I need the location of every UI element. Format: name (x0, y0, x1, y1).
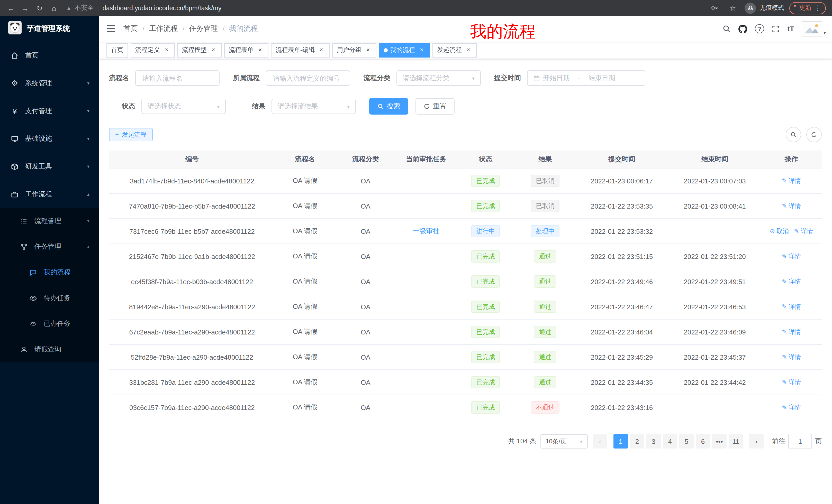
detail-link-icon: ✎ (782, 328, 787, 335)
help-icon[interactable]: ? (755, 24, 764, 33)
status-tag: 已完成 (471, 250, 500, 262)
menu-kebab-icon[interactable]: ⋮ (814, 4, 821, 12)
font-size-icon[interactable]: tT (787, 25, 794, 33)
view-tab[interactable]: 流程表单-编辑 × (271, 43, 330, 57)
goto-page-input[interactable] (788, 433, 812, 449)
view-tab[interactable]: 发起流程 × (433, 43, 477, 57)
process-name-input[interactable] (135, 71, 219, 86)
page-size-select[interactable]: 10条/页 ▾ (541, 434, 588, 449)
detail-link[interactable]: ✎详情 (782, 176, 801, 185)
avatar[interactable]: ▾ (802, 21, 826, 36)
sidebar-item-label: 任务管理 (34, 242, 61, 251)
page-button[interactable]: 4 (663, 434, 677, 449)
back-icon[interactable]: ← (4, 1, 18, 15)
parent-process-input[interactable] (266, 71, 350, 86)
sidebar-item-workflow[interactable]: 工作流程 ▴ (0, 180, 99, 208)
sidebar-item-home[interactable]: 首页 (0, 41, 99, 69)
close-icon[interactable]: × (210, 47, 217, 54)
view-tab[interactable]: 流程表单 × (224, 43, 268, 57)
github-icon[interactable] (739, 24, 747, 33)
page-button[interactable]: 6 (696, 434, 710, 449)
result-tag: 通过 (534, 250, 556, 262)
process-name-input-field[interactable] (141, 74, 213, 82)
search-icon[interactable] (723, 25, 731, 33)
close-icon[interactable]: × (318, 47, 325, 54)
detail-link[interactable]: ✎详情 (782, 302, 801, 311)
cell-result: 通过 (515, 319, 575, 344)
cell-process-name: OA 请假 (275, 169, 335, 193)
logo[interactable]: 芋道管理系统 (0, 16, 99, 41)
page-button[interactable]: 2 (630, 434, 644, 449)
breadcrumb-item[interactable]: 工作流程 (149, 24, 178, 33)
breadcrumb-item[interactable]: 任务管理 (189, 24, 218, 33)
detail-link[interactable]: ✎详情 (782, 277, 801, 286)
close-icon[interactable]: × (365, 47, 372, 54)
cell-id: 67c2eaab-7b9a-11ec-a290-acde48001122 (109, 319, 275, 344)
view-tab[interactable]: 流程模型 × (177, 43, 222, 57)
address-bar[interactable]: ▲ 不安全 dashboard.yudao.iocoder.cn/bpm/tas… (66, 4, 702, 12)
prev-page-button[interactable]: ‹ (593, 434, 607, 449)
sidebar-item-leave-query[interactable]: 请假查询 (0, 337, 99, 362)
reload-icon[interactable]: ↻ (33, 1, 46, 15)
sidebar-item-infrastructure[interactable]: 基础设施 ▾ (0, 125, 99, 152)
sidebar-item-process-mgmt[interactable]: 流程管理 ▾ (0, 208, 99, 234)
home-nav-icon[interactable]: ⌂ (47, 1, 61, 15)
forward-icon[interactable]: → (19, 1, 32, 15)
view-tab[interactable]: 我的流程 × (379, 43, 430, 57)
cell-process-name: OA 请假 (275, 370, 335, 395)
close-icon[interactable]: × (465, 47, 472, 54)
sidebar-item-todo-task[interactable]: 待办任务 (0, 285, 99, 311)
security-warning[interactable]: ▲ 不安全 (66, 4, 94, 12)
current-task-link[interactable]: 一级审批 (413, 227, 440, 236)
pages-more-button[interactable]: ••• (712, 434, 727, 449)
view-tab[interactable]: 流程定义 × (131, 43, 175, 57)
cell-operations: ✎详情 (761, 370, 822, 395)
result-select[interactable]: 请选择流结果 ▾ (271, 99, 356, 114)
view-tab-label: 流程模型 (182, 46, 207, 54)
url-text[interactable]: dashboard.yudao.iocoder.cn/bpm/task/my (103, 4, 222, 11)
cancel-link[interactable]: ⊘取消 (770, 227, 789, 235)
reset-button[interactable]: 重置 (415, 98, 454, 115)
cell-current-task (396, 295, 456, 319)
show-search-icon[interactable] (786, 127, 801, 142)
parent-process-input-field[interactable] (272, 74, 344, 82)
detail-link[interactable]: ✎详情 (782, 353, 801, 361)
detail-link[interactable]: ✎详情 (782, 378, 801, 387)
create-process-button[interactable]: + 发起流程 (109, 128, 153, 141)
detail-link[interactable]: ✎详情 (782, 252, 801, 261)
sidebar-item-my-process[interactable]: 我的流程 (0, 259, 99, 285)
hamburger-icon[interactable] (99, 25, 123, 33)
page-button[interactable]: 11 (729, 434, 743, 449)
annotation-title: 我的流程 (470, 21, 536, 43)
cell-id: ec45f38f-7b9a-11ec-b03b-acde48001122 (109, 269, 275, 294)
fullscreen-icon[interactable] (772, 25, 780, 33)
sidebar-item-system[interactable]: ⚙ 系统管理 ▾ (0, 69, 99, 97)
category-select[interactable]: 请选择流程分类 ▾ (396, 71, 481, 86)
page-button[interactable]: 5 (679, 434, 694, 449)
bookmark-star-icon[interactable]: ☆ (726, 1, 739, 15)
close-icon[interactable]: × (163, 47, 170, 54)
sidebar-item-done-task[interactable]: 已办任务 (0, 311, 99, 337)
detail-link[interactable]: ✎详情 (782, 403, 801, 412)
date-range-picker[interactable]: 开始日期 - 结束日期 (527, 71, 645, 86)
detail-link[interactable]: ✎详情 (794, 227, 813, 235)
refresh-icon[interactable] (806, 127, 822, 142)
sidebar-item-payment[interactable]: ¥ 支付管理 ▾ (0, 97, 99, 125)
close-icon[interactable]: × (418, 47, 425, 54)
cell-end-time: 2022-01-22 23:45:37 (669, 345, 761, 369)
breadcrumb-item[interactable]: 首页 (123, 24, 138, 33)
detail-link[interactable]: ✎详情 (782, 202, 801, 211)
status-select[interactable]: 请选择状态 ▾ (141, 99, 226, 114)
page-button[interactable]: 3 (646, 434, 661, 449)
search-button[interactable]: 搜索 (369, 98, 408, 115)
page-button[interactable]: 1 (614, 434, 628, 449)
sidebar-item-devtools[interactable]: 研发工具 ▾ (0, 152, 99, 180)
close-icon[interactable]: × (257, 47, 264, 54)
sidebar-item-task-mgmt[interactable]: 任务管理 ▴ (0, 234, 99, 259)
key-icon[interactable] (707, 1, 721, 15)
update-button[interactable]: 更新 ⋮ (789, 2, 826, 14)
next-page-button[interactable]: › (749, 434, 763, 449)
detail-link[interactable]: ✎详情 (782, 328, 801, 336)
view-tab[interactable]: 首页 (106, 43, 128, 57)
view-tab[interactable]: 用户分组 × (332, 43, 376, 57)
